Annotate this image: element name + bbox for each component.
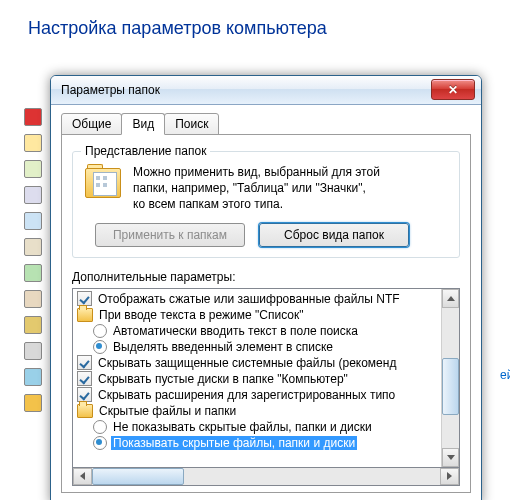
folder-icon [77, 404, 93, 418]
generic-icon-4[interactable] [24, 342, 42, 360]
scroll-track[interactable] [442, 308, 459, 448]
generic-icon-5[interactable] [24, 368, 42, 386]
radio-icon[interactable] [93, 420, 107, 434]
checkbox-icon[interactable] [77, 291, 92, 306]
option-hide-empty-drives[interactable]: Скрывать пустые диски в папке "Компьютер… [77, 371, 441, 387]
background-text: ей [500, 368, 510, 382]
option-hide-extensions[interactable]: Скрывать расширения для зарегистрированн… [77, 387, 441, 403]
folder-views-group: Представление папок Можно применить вид,… [72, 151, 460, 258]
dialog-title: Параметры папок [61, 83, 160, 97]
tab-search[interactable]: Поиск [164, 113, 219, 135]
checkbox-icon[interactable] [77, 371, 92, 386]
option-hide-protected-os[interactable]: Скрывать защищенные системные файлы (рек… [77, 355, 441, 371]
dialog-titlebar[interactable]: Параметры папок ✕ [51, 76, 481, 105]
option-show-compressed[interactable]: Отображать сжатые или зашифрованные файл… [77, 291, 441, 307]
folder-icon[interactable] [24, 394, 42, 412]
folder-preview-icon [83, 164, 123, 202]
tab-strip: Общие Вид Поиск [61, 111, 471, 135]
group-description: Можно применить вид, выбранный для этой … [133, 164, 380, 213]
fonts-icon[interactable] [24, 134, 42, 152]
advanced-settings-label: Дополнительные параметры: [72, 270, 460, 284]
chevron-right-icon [447, 472, 452, 480]
close-button[interactable]: ✕ [431, 79, 475, 100]
radio-icon[interactable] [93, 340, 107, 354]
close-icon: ✕ [448, 84, 458, 96]
scroll-thumb[interactable] [92, 468, 184, 485]
option-auto-type-search[interactable]: Автоматически вводить текст в поле поиск… [77, 323, 441, 339]
display-icon[interactable] [24, 186, 42, 204]
horizontal-scrollbar[interactable] [72, 468, 460, 486]
keyboard-icon[interactable] [24, 238, 42, 256]
generic-icon-3[interactable] [24, 290, 42, 308]
scroll-up-button[interactable] [442, 289, 459, 308]
option-dont-show-hidden[interactable]: Не показывать скрытые файлы, папки и дис… [77, 419, 441, 435]
radio-icon[interactable] [93, 324, 107, 338]
desktop-icon-column [24, 108, 42, 412]
option-typing-in-list[interactable]: При вводе текста в режиме "Список" [77, 307, 441, 323]
group-legend: Представление папок [81, 144, 210, 158]
tab-view[interactable]: Вид [121, 113, 165, 135]
option-select-typed-item[interactable]: Выделять введенный элемент в списке [77, 339, 441, 355]
folder-icon [77, 308, 93, 322]
folder-options-dialog: Параметры папок ✕ Общие Вид Поиск Предст… [50, 75, 482, 500]
radio-icon[interactable] [93, 436, 107, 450]
tab-panel-view: Представление папок Можно применить вид,… [61, 135, 471, 493]
option-hidden-files-group[interactable]: Скрытые файлы и папки [77, 403, 441, 419]
chevron-up-icon [447, 296, 455, 301]
page-title: Настройка параметров компьютера [0, 0, 510, 39]
reset-folders-button[interactable]: Сброс вида папок [259, 223, 409, 247]
apply-to-folders-button: Применить к папкам [95, 223, 245, 247]
checkbox-icon[interactable] [77, 355, 92, 370]
scroll-down-button[interactable] [442, 448, 459, 467]
mail-icon[interactable] [24, 316, 42, 334]
vertical-scrollbar[interactable] [441, 289, 459, 467]
generic-icon[interactable] [24, 160, 42, 178]
chevron-left-icon [80, 472, 85, 480]
scroll-thumb[interactable] [442, 358, 459, 415]
tab-general[interactable]: Общие [61, 113, 122, 135]
advanced-settings-tree[interactable]: Отображать сжатые или зашифрованные файл… [72, 288, 460, 468]
flash-icon[interactable] [24, 108, 42, 126]
chevron-down-icon [447, 455, 455, 460]
checkbox-icon[interactable] [77, 387, 92, 402]
scroll-left-button[interactable] [73, 468, 92, 485]
monitor-icon[interactable] [24, 212, 42, 230]
option-show-hidden[interactable]: Показывать скрытые файлы, папки и диски [77, 435, 441, 451]
generic-icon-2[interactable] [24, 264, 42, 282]
scroll-right-button[interactable] [440, 468, 459, 485]
scroll-track[interactable] [92, 468, 440, 485]
